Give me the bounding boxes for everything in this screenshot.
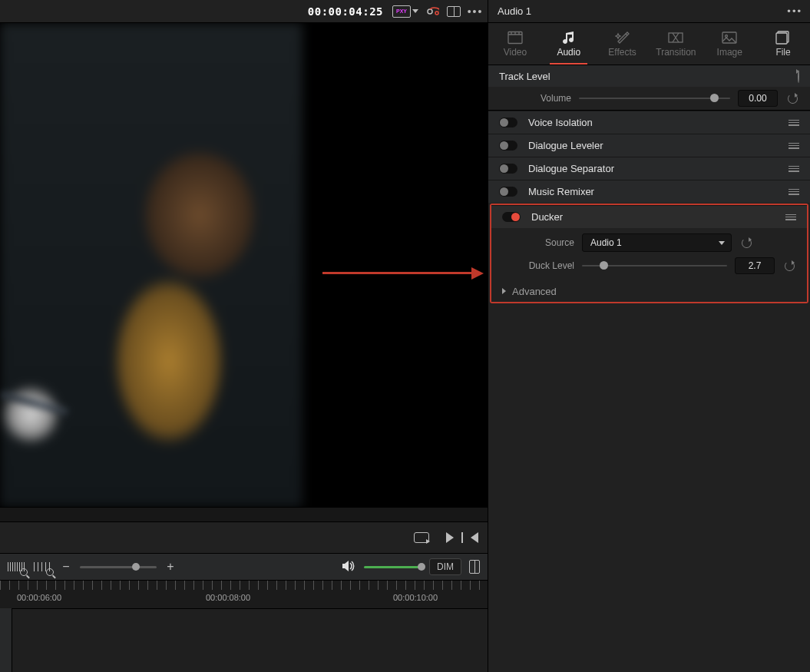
video-frame-image (0, 23, 303, 507)
reset-icon[interactable] (782, 261, 796, 271)
chevron-down-icon (719, 241, 725, 245)
ruler-label: 00:00:08:00 (206, 593, 250, 602)
sliders-icon[interactable] (789, 118, 799, 127)
split-view-icon[interactable] (446, 4, 461, 19)
zoom-slider[interactable] (80, 566, 157, 568)
volume-slider[interactable] (579, 98, 730, 99)
inspector-more-icon[interactable]: ••• (787, 5, 802, 17)
chevron-down-icon (412, 9, 418, 13)
fx-ducker-section: Ducker Source Audio 1 Duck Level 2.7 (490, 204, 808, 303)
fx-label: Voice Isolation (528, 117, 778, 128)
fx-label: Dialogue Leveler (528, 140, 778, 151)
sliders-icon[interactable] (789, 164, 799, 174)
section-track-level[interactable]: Track Level (488, 65, 810, 87)
sliders-icon[interactable] (785, 213, 796, 222)
tab-image[interactable]: Image (703, 23, 756, 65)
duck-level-value-input[interactable]: 2.7 (735, 257, 775, 274)
tab-audio[interactable]: Audio (542, 23, 596, 65)
fx-dialogue-separator[interactable]: Dialogue Separator (488, 157, 810, 180)
inspector-header: Audio 1 ••• (488, 0, 810, 23)
fx-label: Dialogue Separator (528, 163, 778, 174)
next-clip-button[interactable] (446, 532, 454, 543)
reset-icon[interactable] (739, 238, 753, 248)
tab-effects[interactable]: Effects (596, 23, 650, 65)
sliders-icon[interactable] (789, 187, 799, 197)
zoom-in-button[interactable]: + (164, 561, 177, 573)
zoom-out-button[interactable]: − (60, 561, 72, 573)
toggle-switch[interactable] (502, 212, 521, 222)
proxy-mode-dropdown[interactable]: PXY (392, 5, 418, 18)
timeline-ruler[interactable]: 00:00:06:00 00:00:08:00 00:00:10:00 (0, 581, 488, 608)
tab-label: File (775, 47, 790, 58)
toggle-switch[interactable] (499, 141, 517, 151)
ducker-advanced-toggle[interactable]: Advanced (491, 280, 807, 302)
prev-clip-button[interactable] (471, 532, 478, 543)
annotation-arrow (322, 267, 484, 280)
volume-value-input[interactable]: 0.00 (738, 90, 778, 107)
toggle-switch[interactable] (499, 164, 517, 174)
param-duck-level: Duck Level 2.7 (491, 254, 807, 277)
tab-video[interactable]: Video (488, 23, 542, 65)
monitor-volume-slider[interactable] (364, 566, 422, 568)
timeline-tracks[interactable] (0, 608, 488, 672)
svg-point-1 (435, 12, 438, 15)
section-title: Track Level (499, 71, 550, 82)
more-options-icon[interactable]: ••• (468, 4, 483, 19)
fit-zoom-icon[interactable] (8, 559, 26, 574)
fx-dialogue-leveler[interactable]: Dialogue Leveler (488, 134, 810, 157)
toggle-switch[interactable] (499, 187, 517, 197)
ruler-label: 00:00:06:00 (17, 593, 61, 602)
svg-point-5 (726, 35, 728, 37)
speaker-icon[interactable] (342, 560, 356, 574)
param-label: Source (502, 237, 574, 248)
track-header[interactable] (0, 608, 12, 672)
track-body[interactable] (12, 608, 488, 672)
fx-voice-isolation[interactable]: Voice Isolation (488, 111, 810, 134)
toggle-switch[interactable] (499, 118, 517, 127)
proxy-badge-icon: PXY (392, 5, 411, 18)
tab-label: Video (504, 47, 527, 58)
tab-transition[interactable]: Transition (649, 23, 703, 65)
reset-icon[interactable] (785, 94, 799, 104)
source-value: Audio 1 (590, 237, 622, 248)
timecode-display: 00:00:04:25 (308, 5, 383, 18)
tab-label: Audio (557, 47, 580, 58)
viewer-toolbar: 00:00:04:25 PXY ••• (0, 0, 488, 23)
inspector-title: Audio 1 (498, 5, 531, 17)
ruler-label: 00:00:10:00 (393, 593, 438, 602)
param-label: Volume (499, 93, 571, 104)
svg-point-0 (428, 9, 432, 14)
bypass-fusion-icon[interactable] (425, 4, 440, 19)
param-volume: Volume 0.00 (488, 87, 810, 110)
tab-label: Image (717, 47, 742, 58)
custom-zoom-icon[interactable] (34, 559, 52, 574)
fx-label: Ducker (531, 211, 775, 223)
meters-icon[interactable] (469, 560, 480, 574)
chevron-right-icon (502, 288, 506, 294)
source-dropdown[interactable]: Audio 1 (582, 233, 732, 252)
tab-label: Effects (608, 47, 636, 58)
tab-file[interactable]: File (756, 23, 810, 65)
sliders-icon[interactable] (789, 141, 799, 151)
loop-button[interactable] (414, 532, 429, 543)
fx-label: Music Remixer (528, 186, 778, 197)
advanced-label: Advanced (512, 286, 557, 297)
inspector-tabs: Video Audio Effects Transition Image Fil… (488, 23, 810, 65)
video-viewer[interactable] (0, 23, 488, 507)
keyframe-reset-icon[interactable] (798, 71, 799, 82)
fx-music-remixer[interactable]: Music Remixer (488, 180, 810, 203)
jog-bar[interactable] (0, 507, 488, 522)
zoom-volume-bar: − + DIM (0, 553, 488, 581)
transport-controls (0, 522, 488, 553)
duck-level-slider[interactable] (582, 265, 727, 266)
fx-ducker-header[interactable]: Ducker (491, 205, 807, 228)
param-label: Duck Level (502, 260, 574, 271)
dim-button[interactable]: DIM (429, 558, 461, 575)
param-source: Source Audio 1 (491, 231, 807, 254)
svg-rect-7 (776, 33, 787, 44)
tab-label: Transition (656, 47, 696, 58)
